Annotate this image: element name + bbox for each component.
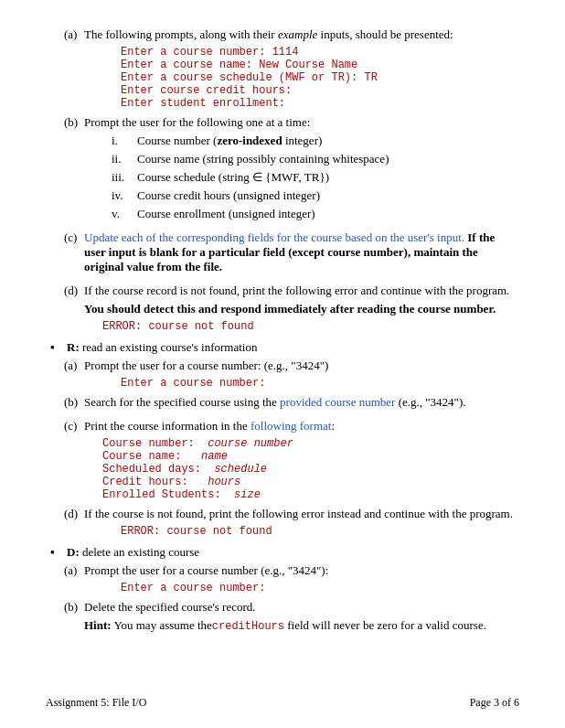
bullet-d-body: D: delete an existing course [67, 545, 519, 560]
section-c-body: Update each of the corresponding fields … [84, 230, 519, 278]
section-rd-label: (d) [64, 507, 84, 538]
section-c-blue: Update each of the corresponding fields … [84, 230, 464, 244]
section-rc: (c) Print the course information in the … [46, 419, 519, 501]
section-ra-label: (a) [64, 359, 84, 390]
section-rb-body: Search for the specified course using th… [84, 395, 519, 413]
roman-iv: iv. Course credit hours (unsigned intege… [84, 188, 519, 203]
roman-v-label: v. [112, 207, 137, 221]
section-da-code: Enter a course number: [84, 582, 519, 594]
section-c: (c) Update each of the corresponding fie… [46, 230, 519, 278]
roman-i: i. Course number (zero-indexed integer) [84, 134, 519, 148]
section-da-body: Prompt the user for a course number (e.g… [84, 563, 519, 594]
section-rd-code: ERROR: course not found [84, 525, 519, 538]
bullet-d-label: D: [67, 545, 80, 559]
zero-indexed-bold: zero-indexed [217, 134, 282, 147]
section-c-text: Update each of the corresponding fields … [84, 230, 519, 274]
roman-v: v. Course enrollment (unsigned integer) [84, 207, 519, 221]
footer: Assignment 5: File I/O Page 3 of 6 [46, 696, 519, 710]
roman-iii: iii. Course schedule (string ∈ {MWF, TR}… [84, 170, 519, 185]
section-b: (b) Prompt the user for the following on… [46, 115, 519, 225]
roman-iii-label: iii. [112, 170, 137, 185]
code-line-2: Enter a course name: New Course Name [84, 59, 519, 71]
section-rc-blue: following format [251, 419, 331, 433]
bullet-r-label: R: [67, 340, 80, 354]
section-rd: (d) If the course is not found, print th… [46, 507, 519, 538]
roman-v-body: Course enrollment (unsigned integer) [137, 207, 519, 221]
section-rd-intro: If the course is not found, print the fo… [84, 507, 519, 521]
section-db-intro: Delete the specified course's record. [84, 600, 519, 615]
roman-i-body: Course number (zero-indexed integer) [137, 134, 519, 148]
roman-iv-body: Course credit hours (unsigned integer) [137, 188, 519, 203]
section-b-label: (b) [64, 115, 84, 225]
hint-label: Hint: [84, 618, 112, 632]
section-b-body: Prompt the user for the following one at… [84, 115, 519, 225]
section-ra-intro: Prompt the user for a course number: (e.… [84, 359, 519, 373]
section-d-label: (d) [64, 284, 84, 333]
code-line-3: Enter a course schedule (MWF or TR): TR [84, 71, 519, 84]
roman-i-label: i. [112, 134, 137, 148]
section-db-hint: Hint: You may assume thecreditHours fiel… [84, 618, 519, 633]
roman-ii-label: ii. [112, 152, 137, 166]
rc-code-5: Enrolled Students: size [102, 488, 519, 501]
footer-left: Assignment 5: File I/O [46, 696, 146, 710]
section-rc-label: (c) [64, 419, 84, 501]
section-rc-intro: Print the course information in the foll… [84, 419, 519, 434]
section-ra: (a) Prompt the user for a course number:… [46, 359, 519, 390]
section-a: (a) The following prompts, along with th… [46, 27, 519, 110]
section-b-intro: Prompt the user for the following one at… [84, 115, 519, 130]
main-content: (a) The following prompts, along with th… [46, 27, 519, 637]
section-d: (d) If the course record is not found, p… [46, 284, 519, 333]
section-a-body: The following prompts, along with their … [84, 27, 519, 110]
section-c-label: (c) [64, 230, 84, 278]
bullet-r-body: R: read an existing course's information [67, 340, 519, 355]
code-line-4: Enter course credit hours: [84, 84, 519, 97]
section-ra-body: Prompt the user for a course number: (e.… [84, 359, 519, 390]
section-da-label: (a) [64, 563, 84, 594]
section-rc-body: Print the course information in the foll… [84, 419, 519, 501]
roman-iii-body: Course schedule (string ∈ {MWF, TR}) [137, 170, 519, 185]
bullet-r-symbol: ▪ [50, 340, 67, 355]
roman-ii-body: Course name (string possibly containing … [137, 152, 519, 166]
code-line-5: Enter student enrollment: [84, 97, 519, 110]
section-da: (a) Prompt the user for a course number … [46, 563, 519, 594]
rc-code-2: Course name: name [102, 450, 519, 463]
bullet-r: ▪ R: read an existing course's informati… [46, 340, 519, 355]
section-d-body: If the course record is not found, print… [84, 284, 519, 333]
section-rd-body: If the course is not found, print the fo… [84, 507, 519, 538]
section-a-label: (a) [64, 27, 84, 110]
rc-code-4: Credit hours: hours [102, 476, 519, 488]
section-a-intro: The following prompts, along with their … [84, 27, 519, 42]
bullet-d: ▪ D: delete an existing course [46, 545, 519, 560]
hint-code: creditHours [212, 620, 284, 633]
section-rb-blue: provided course number [280, 395, 395, 409]
bullet-d-symbol: ▪ [50, 545, 67, 560]
roman-iv-label: iv. [112, 188, 137, 203]
roman-ii: ii. Course name (string possibly contain… [84, 152, 519, 166]
code-line-1: Enter a course number: 1114 [84, 46, 519, 59]
section-d-intro: If the course record is not found, print… [84, 284, 519, 298]
section-db: (b) Delete the specified course's record… [46, 600, 519, 637]
section-db-body: Delete the specified course's record. Hi… [84, 600, 519, 637]
footer-right: Page 3 of 6 [470, 696, 519, 710]
section-d-code: ERROR: course not found [84, 320, 519, 333]
section-rb-label: (b) [64, 395, 84, 413]
hint-text: You may assume the [113, 618, 211, 632]
section-ra-code: Enter a course number: [84, 377, 519, 390]
section-d-bold: You should detect this and respond immed… [84, 302, 519, 316]
example-italic: example [278, 27, 317, 41]
rc-code-block: Course number: course number Course name… [84, 437, 519, 501]
rc-code-3: Scheduled days: schedule [102, 463, 519, 476]
section-da-intro: Prompt the user for a course number (e.g… [84, 563, 519, 578]
section-rb-text: Search for the specified course using th… [84, 395, 519, 410]
hint-end: field will never be zero for a valid cou… [284, 618, 486, 632]
section-rb: (b) Search for the specified course usin… [46, 395, 519, 413]
rc-code-1: Course number: course number [102, 437, 519, 450]
section-db-label: (b) [64, 600, 84, 637]
